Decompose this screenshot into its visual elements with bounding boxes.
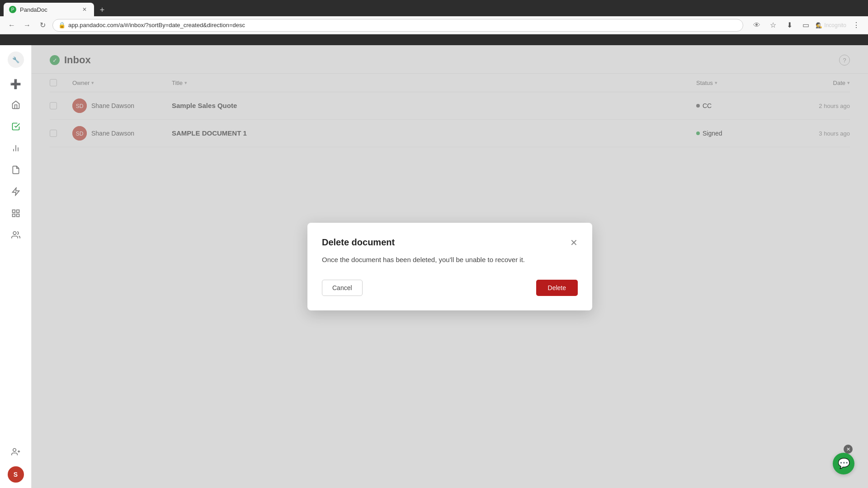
sidebar-item-home[interactable] (6, 96, 26, 116)
chat-close-button[interactable]: ✕ (844, 445, 853, 454)
svg-rect-9 (12, 214, 15, 216)
svg-rect-7 (16, 210, 19, 212)
forms-icon (11, 209, 20, 220)
incognito-badge[interactable]: 🕵 Incognito (816, 22, 846, 28)
incognito-icon: 🕵 (816, 22, 822, 28)
address-bar-lock-icon: 🔒 (58, 22, 66, 28)
sidebar-item-analytics[interactable] (6, 139, 26, 159)
incognito-label: Incognito (824, 22, 846, 28)
modal-title: Delete document (322, 237, 395, 248)
forward-button[interactable]: → (21, 19, 33, 32)
sidebar-item-inbox[interactable] (6, 117, 26, 137)
svg-rect-6 (12, 210, 15, 212)
modal-close-button[interactable]: ✕ (570, 238, 578, 247)
back-button[interactable]: ← (5, 19, 18, 32)
sidebar-bottom: S (6, 443, 26, 483)
templates-icon (11, 187, 20, 198)
tab-close-button[interactable]: ✕ (80, 5, 89, 14)
analytics-icon (11, 144, 20, 155)
browser-chrome: P PandaDoc ✕ + ← → ↻ 🔒 app.pandadoc.com/… (0, 0, 868, 45)
delete-modal: Delete document ✕ Once the document has … (307, 223, 592, 310)
document-icon (11, 165, 20, 177)
address-bar-url: app.pandadoc.com/a/#/inbox/?sortBy=date_… (68, 22, 245, 28)
bookmark-icon[interactable]: ☆ (767, 19, 779, 32)
sidebar-item-documents[interactable] (6, 161, 26, 181)
add-icon: ➕ (10, 79, 21, 89)
home-icon (11, 100, 20, 112)
chat-icon: 💬 (838, 458, 850, 469)
download-icon[interactable]: ⬇ (783, 19, 796, 32)
sidebar-item-contacts[interactable] (6, 226, 26, 246)
address-bar-row: ← → ↻ 🔒 app.pandadoc.com/a/#/inbox/?sort… (0, 16, 868, 34)
cancel-button[interactable]: Cancel (322, 280, 363, 296)
tab-favicon: P (9, 6, 16, 13)
tab-bar: P PandaDoc ✕ + (0, 0, 868, 16)
chat-button[interactable]: 💬 (833, 453, 854, 474)
delete-button[interactable]: Delete (536, 280, 578, 296)
modal-footer: Cancel Delete (322, 280, 578, 296)
svg-rect-8 (16, 214, 19, 216)
browser-tab[interactable]: P PandaDoc ✕ (4, 3, 94, 16)
main-content: ✓ Inbox ? Owner ▾ Title (32, 45, 868, 488)
eyeoff-icon[interactable]: 👁 (750, 19, 763, 32)
new-tab-button[interactable]: + (96, 4, 108, 16)
modal-header: Delete document ✕ (322, 237, 578, 248)
sidebar-item-templates[interactable] (6, 183, 26, 202)
sidebar-item-add-user[interactable] (6, 443, 26, 463)
sidebar-item-forms[interactable] (6, 204, 26, 224)
address-bar[interactable]: 🔒 app.pandadoc.com/a/#/inbox/?sortBy=dat… (52, 19, 743, 32)
reload-button[interactable]: ↻ (36, 19, 49, 32)
extensions-icon[interactable]: ▭ (799, 19, 812, 32)
browser-right-controls: 👁 ☆ ⬇ ▭ 🕵 Incognito ⋮ (750, 19, 863, 32)
browser-nav-controls: ← → ↻ (5, 19, 49, 32)
sidebar-item-add[interactable]: ➕ (6, 74, 26, 94)
svg-text:🔧: 🔧 (12, 56, 20, 64)
sidebar: 🔧 ➕ (0, 45, 32, 488)
modal-overlay: Delete document ✕ Once the document has … (32, 45, 868, 488)
inbox-icon (11, 122, 20, 133)
user-avatar[interactable]: S (8, 466, 24, 483)
contacts-icon (11, 230, 20, 242)
modal-body: Once the document has been deleted, you'… (322, 255, 578, 265)
tab-label: PandaDoc (20, 6, 47, 13)
svg-marker-5 (12, 188, 19, 195)
svg-point-11 (13, 448, 16, 451)
svg-point-10 (13, 231, 16, 235)
sidebar-logo: 🔧 (7, 51, 25, 69)
more-options-icon[interactable]: ⋮ (850, 19, 863, 32)
add-user-icon (11, 447, 20, 459)
app-container: 🔧 ➕ (0, 45, 868, 488)
